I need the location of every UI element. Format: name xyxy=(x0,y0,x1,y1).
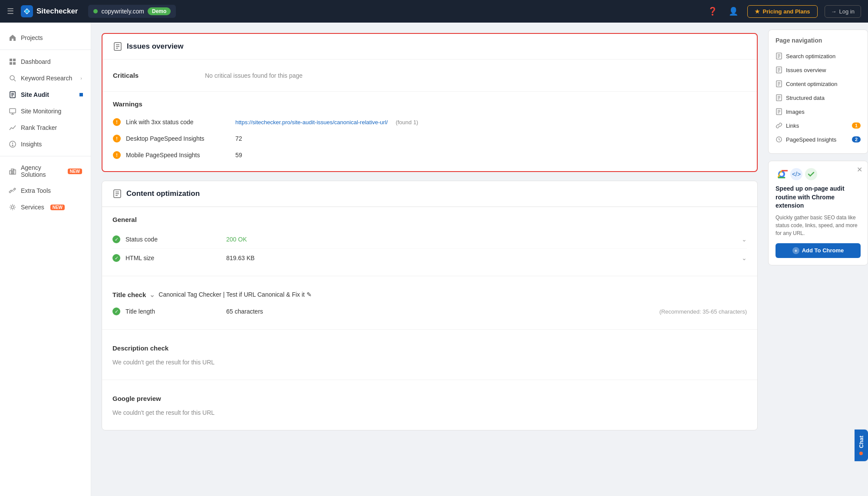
help-button[interactable]: ❓ xyxy=(706,4,719,18)
sidebar-item-extra-tools[interactable]: Extra Tools xyxy=(0,182,91,199)
svg-rect-5 xyxy=(13,62,16,65)
page-nav-structured-data[interactable]: Structured data xyxy=(769,91,868,105)
services-icon xyxy=(9,203,17,211)
home-icon xyxy=(9,34,17,42)
chat-notification-dot xyxy=(860,452,863,455)
svg-text:</>: </> xyxy=(792,171,801,178)
issues-overview-icon xyxy=(113,42,122,51)
page-nav-content-optimization[interactable]: Content optimization xyxy=(769,77,868,91)
pricing-label: Pricing and Plans xyxy=(762,8,810,15)
sidebar-item-label: Extra Tools xyxy=(21,187,51,194)
sidebar-item-label: Keyword Research xyxy=(21,75,72,82)
page-nav-pagespeed[interactable]: PageSpeed Insights 2 xyxy=(769,132,868,146)
sidebar-item-insights[interactable]: Insights xyxy=(0,136,91,152)
page-nav-links[interactable]: Links 1 xyxy=(769,119,868,132)
warning-found-1: (found 1) xyxy=(396,119,418,126)
login-label: Log in xyxy=(839,8,855,15)
sidebar-item-services[interactable]: Services NEW xyxy=(0,199,91,215)
sitechecker-chrome-icon xyxy=(805,168,817,180)
sidebar-divider-2 xyxy=(0,156,91,156)
warning-link-1[interactable]: https://sitechecker.pro/site-audit-issue… xyxy=(235,119,388,126)
right-panel: Page navigation Search optimization Issu… xyxy=(768,23,868,496)
check-icon-title: ✓ xyxy=(112,308,120,315)
content-optimization-title: Content optimization xyxy=(126,189,200,198)
google-preview-label: Google preview xyxy=(112,395,161,402)
insights-icon xyxy=(9,140,17,148)
hamburger-icon[interactable]: ☰ xyxy=(7,7,14,16)
page-nav-search-optimization[interactable]: Search optimization xyxy=(769,49,868,63)
status-code-chevron[interactable]: ⌄ xyxy=(742,236,747,243)
warnings-section: Warnings ! Link with 3xx status code htt… xyxy=(102,91,757,171)
description-check-section: Description check We couldn't get the re… xyxy=(102,329,757,380)
issues-overview-card: Issues overview Criticals No critical is… xyxy=(102,33,758,172)
chrome-promo-description: Quickly gather basic SEO data like statu… xyxy=(776,214,861,237)
add-to-chrome-button[interactable]: + Add To Chrome xyxy=(776,243,861,258)
svg-rect-12 xyxy=(10,109,16,113)
header: ☰ Sitechecker copywritely.com Demo ❓ 👤 ★… xyxy=(0,0,868,23)
sidebar-item-label: Dashboard xyxy=(21,58,51,65)
html-size-label: HTML size xyxy=(125,255,221,261)
content-nav-icon xyxy=(776,80,782,87)
sidebar-item-projects[interactable]: Projects xyxy=(0,30,91,46)
sidebar-item-site-monitoring[interactable]: Site Monitoring xyxy=(0,103,91,119)
sidebar-item-label: Site Monitoring xyxy=(21,108,61,115)
sidebar-item-label: Rank Tracker xyxy=(21,124,57,131)
page-nav-issues-overview[interactable]: Issues overview xyxy=(769,63,868,77)
sidebar-divider-1 xyxy=(0,50,91,50)
description-check-value: We couldn't get the result for this URL xyxy=(112,359,215,366)
warning-icon-1: ! xyxy=(113,118,121,126)
chat-button[interactable]: Chat xyxy=(855,430,868,461)
tools-icon xyxy=(9,187,17,195)
criticals-section: Criticals No critical issues found for t… xyxy=(102,60,757,91)
sidebar-item-agency-solutions[interactable]: Agency Solutions NEW xyxy=(0,160,91,182)
description-check-label: Description check xyxy=(112,344,168,352)
sidebar-item-dashboard[interactable]: Dashboard xyxy=(0,53,91,70)
page-nav-item-label: Search optimization xyxy=(786,53,835,60)
site-selector[interactable]: copywritely.com Demo xyxy=(88,5,176,18)
google-preview-section: Google preview We couldn't get the resul… xyxy=(102,380,757,430)
html-size-row: ✓ HTML size 819.63 KB ⌄ xyxy=(112,249,747,267)
page-nav-images[interactable]: Images xyxy=(769,105,868,119)
svg-text:+: + xyxy=(795,248,797,253)
page-navigation: Page navigation Search optimization Issu… xyxy=(768,30,868,154)
chat-label: Chat xyxy=(858,436,865,448)
chrome-promo-title: Speed up on-page audit routine with Chro… xyxy=(776,185,861,210)
google-preview-row: We couldn't get the result for this URL xyxy=(112,404,747,421)
login-button[interactable]: → Log in xyxy=(825,5,861,18)
pricing-button[interactable]: ★ Pricing and Plans xyxy=(747,5,817,18)
sidebar-item-keyword-research[interactable]: Keyword Research › xyxy=(0,70,91,86)
warning-icon-3: ! xyxy=(113,151,121,159)
check-icon-status: ✓ xyxy=(112,235,120,243)
issues-nav-icon xyxy=(776,66,782,73)
warning-row-link-3xx: ! Link with 3xx status code https://site… xyxy=(113,115,746,129)
svg-rect-3 xyxy=(13,59,16,61)
sidebar-item-label: Insights xyxy=(21,141,42,148)
page-nav-item-label: PageSpeed Insights xyxy=(786,136,836,143)
site-status-dot xyxy=(93,9,98,13)
sidebar: Projects Dashboard Keyword Research › Si… xyxy=(0,23,91,496)
html-size-chevron[interactable]: ⌄ xyxy=(742,255,747,261)
demo-badge: Demo xyxy=(148,7,171,15)
layout: Projects Dashboard Keyword Research › Si… xyxy=(0,23,868,496)
warning-value-2: 72 xyxy=(235,135,242,142)
chrome-btn-icon: + xyxy=(792,247,799,254)
status-code-value: 200 OK xyxy=(226,236,247,243)
sidebar-item-site-audit[interactable]: Site Audit xyxy=(0,86,91,103)
chrome-promo-icons: </> xyxy=(776,168,861,180)
title-check-section-chevron[interactable]: ⌄ xyxy=(149,291,155,299)
svg-rect-2 xyxy=(10,59,12,61)
warning-label-2: Desktop PageSpeed Insights xyxy=(126,135,230,142)
code-icon: </> xyxy=(790,168,802,180)
chrome-icon xyxy=(776,168,788,180)
criticals-label: Criticals xyxy=(113,72,200,79)
page-nav-item-label: Issues overview xyxy=(786,67,826,73)
user-button[interactable]: 👤 xyxy=(726,4,740,18)
title-check-value: Canonical Tag Checker | Test if URL Cano… xyxy=(158,291,747,298)
chrome-promo-close-button[interactable]: ✕ xyxy=(857,165,862,174)
sidebar-item-rank-tracker[interactable]: Rank Tracker xyxy=(0,119,91,136)
content-optimization-card: Content optimization General ✓ Status co… xyxy=(102,181,758,430)
general-section: General ✓ Status code 200 OK ⌄ ✓ HTML si… xyxy=(102,207,757,276)
issues-overview-title: Issues overview xyxy=(127,42,183,51)
structured-nav-icon xyxy=(776,94,782,101)
description-check-header-row: Description check xyxy=(112,338,747,354)
